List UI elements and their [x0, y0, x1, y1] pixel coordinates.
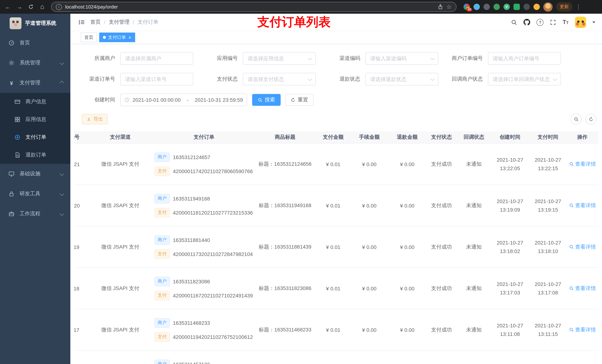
view-detail-link[interactable]: 查看详情	[569, 285, 596, 292]
paid-date: 2021-10-27	[535, 322, 561, 329]
user-avatar[interactable]	[575, 17, 586, 28]
fullscreen-icon[interactable]	[550, 19, 556, 25]
channel-order-label: 渠道订单号	[76, 76, 120, 83]
github-icon[interactable]	[524, 19, 530, 26]
extension-icon-pin[interactable]	[524, 4, 530, 10]
magnifier-icon	[569, 162, 574, 166]
browser-update-button[interactable]: 更新	[556, 2, 572, 11]
address-bar[interactable]: i localhost:1024/pay/order ☆	[51, 2, 456, 12]
sidebar-item-infra[interactable]: 基础设施	[0, 164, 70, 184]
breadcrumb-payment[interactable]: 支付管理	[109, 19, 129, 26]
sidebar-item-refund-order[interactable]: 退款订单	[0, 146, 70, 164]
extension-icon-green[interactable]	[494, 4, 500, 10]
export-button[interactable]: 导出	[82, 114, 108, 124]
avatar-dropdown-caret[interactable]	[592, 21, 595, 23]
extension-icon-colorful[interactable]: 10	[463, 4, 470, 10]
extensions-area: 10 V	[463, 4, 540, 10]
browser-reload-button[interactable]	[27, 3, 35, 11]
notify-status: 未通知	[457, 144, 491, 185]
merchant-order-input[interactable]	[488, 52, 561, 65]
yen-icon: ¥	[8, 80, 15, 86]
search-icon[interactable]	[511, 19, 517, 25]
extension-icon-vue[interactable]: V	[504, 4, 510, 10]
paid-date: 2021-10-27	[535, 239, 561, 247]
help-icon[interactable]: ?	[537, 19, 544, 26]
breadcrumb-home[interactable]: 首页	[90, 19, 101, 26]
sidebar-item-app-info[interactable]: 应用信息	[0, 111, 70, 128]
extension-icon-gray[interactable]	[484, 4, 490, 10]
app-id-select[interactable]	[243, 52, 316, 65]
paid-time: 13:17:08	[538, 289, 558, 296]
reset-button[interactable]: 重置	[285, 94, 314, 106]
sidebar-item-workflow[interactable]: 工作流程	[0, 204, 70, 224]
view-detail-link[interactable]: 查看详情	[569, 161, 596, 167]
pay-order-no: 4200001174202110278060590766	[173, 168, 253, 174]
sidebar-item-pay-order[interactable]: 支付订单	[0, 128, 70, 146]
sidebar-item-system[interactable]: 系统管理	[0, 53, 70, 73]
view-detail-link[interactable]: 查看详情	[569, 244, 596, 250]
breadcrumb-current: 支付订单	[138, 19, 159, 26]
channel-order-input[interactable]	[120, 73, 193, 85]
date-range-picker[interactable]: 2021-10-01 00:00:00 - 2021-10-31 23:59:5…	[120, 94, 247, 106]
channel-code-select[interactable]	[366, 52, 438, 65]
pay-status-select[interactable]	[243, 73, 316, 85]
notify-status: 未通知	[457, 226, 491, 268]
refund-amount	[389, 351, 426, 364]
site-info-icon[interactable]: i	[56, 4, 62, 10]
card-icon	[14, 99, 21, 105]
magnifier-icon	[569, 245, 574, 249]
refund-amount: ¥ 0.00	[389, 309, 426, 350]
sidebar-item-merchant-info[interactable]: 商户信息	[0, 93, 70, 111]
chevron-down-icon	[60, 172, 64, 176]
sidebar-item-devtools[interactable]: 研发工具	[0, 184, 70, 204]
pay-status: 支付成功	[426, 144, 457, 185]
search-button[interactable]: 搜索	[252, 94, 281, 106]
magnifier-icon	[569, 203, 574, 208]
notify-status	[457, 351, 491, 364]
date-end: 2021-10-31 23:59:59	[195, 97, 243, 103]
merchant-order-no: 1635311881440	[173, 237, 210, 243]
fee-amount: ¥ 0.00	[350, 144, 389, 185]
refresh-table-button[interactable]	[585, 114, 596, 125]
extension-badge: 10	[466, 8, 472, 11]
browser-home-button[interactable]: ⌂	[38, 3, 46, 11]
paid-date: 2021-10-27	[535, 156, 561, 164]
created-time: 13:18:02	[500, 247, 520, 255]
sidebar-fold-icon[interactable]	[78, 19, 85, 26]
merchant-tag: 商户	[154, 277, 170, 286]
share-icon[interactable]	[437, 4, 443, 10]
extension-icon-drop[interactable]	[473, 4, 480, 10]
extension-icon-face[interactable]	[534, 4, 540, 10]
refund-status-select[interactable]	[366, 73, 438, 85]
pay-tag: 支付	[154, 291, 170, 300]
toggle-search-button[interactable]	[570, 114, 582, 125]
browser-menu-icon[interactable]: ⋮	[576, 3, 581, 10]
callback-status-select[interactable]	[488, 73, 561, 85]
annotation-title: 支付订单列表	[257, 14, 331, 31]
close-icon[interactable]: ×	[129, 35, 131, 40]
header-order: 支付订单	[150, 131, 254, 143]
pay-status-label: 支付状态	[198, 76, 243, 83]
paid-time: 13:19:15	[538, 206, 558, 214]
merchant-input[interactable]	[120, 52, 193, 65]
browser-profile-avatar[interactable]	[543, 2, 553, 12]
view-detail-link[interactable]: 查看详情	[569, 326, 596, 333]
app-id-label: 应用编号	[198, 55, 243, 62]
extension-icon-chat[interactable]	[514, 4, 520, 10]
sidebar-item-payment[interactable]: ¥ 支付管理	[0, 73, 70, 93]
tag-home[interactable]: 首页	[81, 32, 97, 42]
download-icon	[87, 117, 91, 121]
font-size-icon[interactable]: TT	[563, 19, 569, 26]
chevron-down-icon	[60, 192, 64, 196]
browser-forward-button[interactable]: →	[15, 3, 23, 11]
order-id: 119	[74, 244, 79, 250]
sidebar-item-home[interactable]: 首页	[0, 33, 70, 53]
tag-pay-order[interactable]: 支付订单 ×	[99, 32, 135, 42]
search-form: 所属商户 应用编号 渠道编码 商户订单编号	[70, 44, 602, 114]
created-date: 2021-10-27	[497, 322, 523, 329]
view-detail-link[interactable]: 查看详情	[569, 202, 596, 209]
browser-back-button[interactable]: ←	[4, 3, 12, 11]
pay-status: 支付成功	[426, 185, 457, 226]
merchant-order-label: 商户订单编号	[443, 55, 488, 62]
bookmark-star-icon[interactable]: ☆	[446, 3, 452, 10]
